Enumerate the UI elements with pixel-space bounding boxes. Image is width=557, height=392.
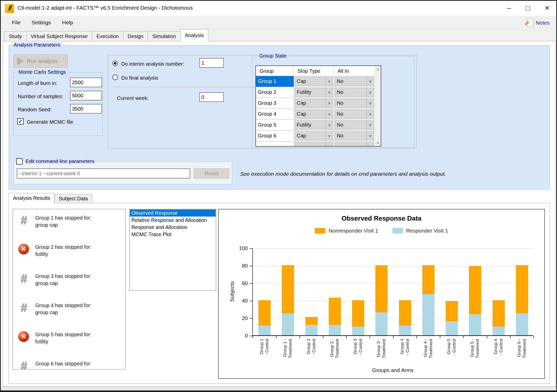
view-item[interactable]: Observed Response	[130, 209, 216, 217]
notes-label: Notes	[536, 20, 550, 26]
interim-number-input[interactable]	[199, 58, 224, 68]
group-cell[interactable]: Group 2	[256, 87, 294, 98]
all-in-dropdown-cell: No∨	[334, 76, 375, 87]
bar-nonresponder	[446, 301, 458, 321]
scroll-down-icon[interactable]: ∨	[375, 139, 381, 146]
stop-type-dropdown[interactable]: ∨	[295, 142, 333, 147]
chevron-down-icon[interactable]: ∨	[326, 99, 333, 108]
minimize-button[interactable]: ─	[500, 1, 518, 15]
seed-input[interactable]	[70, 104, 102, 114]
y-tick-label: 80	[232, 263, 248, 269]
menu-item-file[interactable]: File	[6, 16, 26, 29]
bar-nonresponder	[305, 317, 318, 325]
chevron-down-icon[interactable]: ∨	[367, 99, 374, 108]
gridline	[253, 283, 533, 284]
interim-analysis-radio[interactable]	[112, 61, 118, 66]
group-cap-icon: #	[18, 273, 29, 284]
all-in-dropdown[interactable]: No∨	[335, 99, 374, 108]
all-in-dropdown-cell: No∨	[334, 120, 375, 130]
chevron-down-icon[interactable]: ∨	[367, 142, 374, 147]
group-cell[interactable]: Group 1	[256, 76, 294, 87]
menu-item-help[interactable]: Help	[57, 16, 79, 29]
chevron-down-icon[interactable]: ∨	[367, 132, 374, 140]
tab-simulation[interactable]: Simulation	[148, 31, 180, 41]
stop-type-dropdown[interactable]: Cap∨	[295, 99, 333, 108]
stop-type-dropdown[interactable]: Futility∨	[295, 88, 333, 97]
tab-analysis-results[interactable]: Analysis Results	[9, 193, 55, 203]
scroll-up-icon[interactable]: ∧	[375, 66, 381, 73]
group-cell[interactable]: Group 4	[256, 109, 294, 119]
stop-type-dropdown[interactable]: Cap∨	[295, 131, 333, 140]
error-x-icon: ✕	[18, 244, 29, 254]
stop-type-dropdown[interactable]: Futility∨	[295, 120, 333, 130]
view-item[interactable]: MCMC Trace Plot	[130, 231, 216, 238]
burn-in-input[interactable]	[70, 78, 102, 87]
final-analysis-radio[interactable]	[112, 75, 118, 80]
all-in-dropdown[interactable]: No∨	[335, 88, 374, 97]
group-cell[interactable]	[256, 141, 294, 147]
chevron-down-icon[interactable]: ∨	[326, 121, 333, 129]
maximize-button[interactable]: □	[519, 1, 537, 15]
chevron-down-icon[interactable]: ∨	[367, 110, 374, 118]
bar-nonresponder	[422, 265, 434, 294]
chevron-down-icon[interactable]: ∨	[326, 77, 333, 86]
all-in-dropdown[interactable]: No∨	[335, 77, 374, 86]
group-cell[interactable]: Group 6	[256, 131, 294, 141]
current-week-input[interactable]	[199, 92, 224, 102]
x-category-label: Group 2 -Treatment	[329, 339, 340, 371]
all-in-dropdown[interactable]: No∨	[335, 120, 374, 130]
tab-study[interactable]: Study	[4, 31, 26, 41]
generate-mcmc-checkbox[interactable]: ✓	[17, 118, 24, 124]
bar-responder	[375, 312, 388, 335]
chevron-down-icon[interactable]: ∨	[326, 88, 333, 97]
menu-item-settings[interactable]: Settings	[26, 16, 57, 29]
view-item[interactable]: Response and Allocation	[130, 224, 216, 231]
interim-panel: Do interim analysis number: Do final ana…	[108, 55, 417, 148]
tab-design[interactable]: Design	[123, 31, 148, 41]
x-category-label: Group 1- Control	[259, 339, 270, 371]
gridline	[253, 248, 533, 249]
chevron-down-icon[interactable]: ∨	[367, 121, 374, 129]
current-week-label: Current week:	[117, 95, 149, 101]
chart-title: Observed Response Data	[219, 215, 544, 222]
legend-swatch	[392, 228, 403, 234]
group-state-scrollbar[interactable]: ∧ ∨	[375, 66, 381, 146]
stop-type-dropdown[interactable]: Cap∨	[295, 77, 333, 86]
chevron-down-icon[interactable]: ∨	[326, 142, 333, 147]
view-item[interactable]: Relative Response and Allocation	[130, 217, 216, 224]
cmd-input[interactable]	[17, 168, 190, 179]
group-cell[interactable]: Group 3	[256, 98, 294, 109]
reset-button[interactable]: Reset	[194, 168, 229, 179]
tab-virtual-subject-response[interactable]: Virtual Subject Response	[26, 31, 92, 41]
all-in-dropdown-value: No	[335, 121, 367, 129]
chevron-down-icon[interactable]: ∨	[326, 110, 333, 118]
window-bottom-strip	[1, 386, 556, 391]
tab-subject-data[interactable]: Subject Data	[55, 194, 92, 203]
run-analysis-button[interactable]: Run Analysis	[13, 55, 68, 68]
stop-type-dropdown-value: Cap	[295, 99, 326, 108]
tab-analysis[interactable]: Analysis	[180, 29, 208, 41]
group-cell[interactable]: Group 5	[256, 120, 294, 130]
y-tick	[250, 318, 252, 319]
all-in-dropdown[interactable]: ∨	[335, 142, 374, 147]
notes-button[interactable]: Notes	[527, 18, 550, 28]
x-tick	[463, 336, 464, 338]
chevron-down-icon[interactable]: ∨	[367, 88, 374, 97]
all-in-dropdown-value: No	[335, 77, 367, 86]
y-tick-label: 0	[232, 333, 248, 339]
results-panel: #Group 1 has stopped for:group cap✕Group…	[9, 203, 550, 384]
bar-nonresponder	[329, 298, 341, 325]
legend-item: Responder Visit 1	[392, 228, 448, 234]
edit-cmd-checkbox[interactable]	[16, 158, 23, 165]
chevron-down-icon[interactable]: ∨	[326, 132, 333, 140]
bar-nonresponder	[282, 265, 294, 313]
bar-nonresponder	[469, 266, 481, 314]
chevron-down-icon[interactable]: ∨	[367, 77, 374, 86]
x-tick	[533, 336, 534, 338]
stop-type-dropdown[interactable]: Cap∨	[295, 110, 333, 119]
tab-execution[interactable]: Execution	[92, 31, 123, 41]
close-button[interactable]: ✕	[538, 1, 556, 15]
samples-input[interactable]	[70, 91, 102, 100]
all-in-dropdown[interactable]: No∨	[335, 131, 374, 140]
all-in-dropdown[interactable]: No∨	[335, 110, 374, 119]
